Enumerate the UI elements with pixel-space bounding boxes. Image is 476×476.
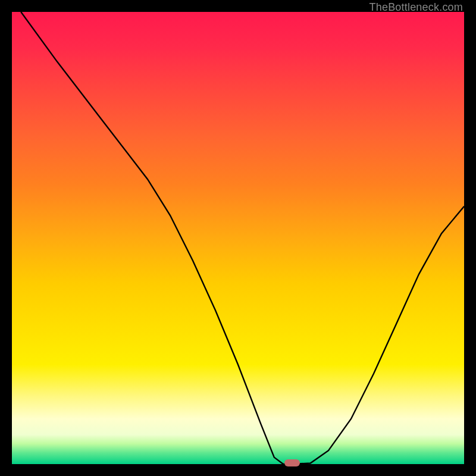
plot-area [12, 12, 464, 464]
bottleneck-curve [21, 12, 464, 464]
curve-svg [12, 12, 464, 464]
optimal-marker [284, 459, 300, 466]
chart-container: TheBottleneck.com [0, 0, 476, 476]
